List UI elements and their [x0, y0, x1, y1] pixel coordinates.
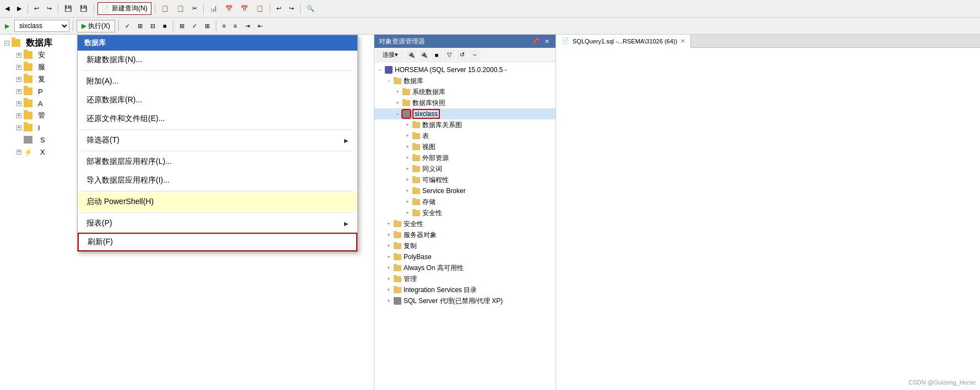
- oe-connect2-button[interactable]: 🔌: [418, 50, 429, 61]
- toolbar-misc3[interactable]: ⊞: [202, 21, 213, 31]
- prog-toggle[interactable]: +: [403, 175, 412, 184]
- integration-toggle[interactable]: +: [384, 285, 393, 294]
- forward-button[interactable]: ▶: [14, 3, 24, 14]
- tree-programmability-node[interactable]: + 可编程性: [374, 174, 556, 185]
- execute-button[interactable]: ▶ 执行(X): [77, 20, 115, 32]
- search-button[interactable]: 🔍: [304, 3, 317, 14]
- tree-polybase-node[interactable]: + PolyBase: [374, 251, 556, 262]
- tables-toggle[interactable]: +: [403, 131, 412, 140]
- sql-query-tab[interactable]: 📄 SQLQuery1.sql -...RSEMA\31026 (64)) ✕: [556, 35, 691, 48]
- tree-db-snapshots-node[interactable]: + 数据库快照: [374, 97, 556, 108]
- toolbar-misc2[interactable]: ✓: [189, 21, 200, 31]
- tree-db-diagrams-node[interactable]: + 数据库关系图: [374, 119, 556, 130]
- menu-item-powershell[interactable]: 启动 PowerShell(H): [78, 193, 357, 211]
- menu-item-refresh[interactable]: 刷新(F): [78, 233, 357, 251]
- tree-server-objects-node[interactable]: + 服务器对象: [374, 229, 556, 240]
- check-button[interactable]: ✓: [122, 21, 133, 31]
- tree-storage-node[interactable]: + 存储: [374, 196, 556, 207]
- menu-item-deploy[interactable]: 部署数据层应用程序(L)...: [78, 152, 357, 171]
- security-child-toggle[interactable]: +: [403, 208, 412, 217]
- align-left-btn[interactable]: ≡: [220, 21, 228, 31]
- align-right-btn[interactable]: ≡: [231, 21, 239, 31]
- expand-3[interactable]: +: [17, 77, 21, 82]
- polybase-toggle[interactable]: +: [384, 252, 393, 261]
- indent-btn[interactable]: ⇥: [242, 21, 253, 31]
- ext-res-toggle[interactable]: +: [403, 153, 412, 162]
- expand-9[interactable]: +: [17, 150, 21, 155]
- run-icon-button[interactable]: ▶: [2, 21, 12, 31]
- back-button[interactable]: ◀: [2, 3, 12, 14]
- tree-tables-node[interactable]: + 表: [374, 130, 556, 141]
- menu-item-attach[interactable]: 附加(A)...: [78, 72, 357, 91]
- expand-1[interactable]: +: [17, 53, 21, 58]
- tree-views-node[interactable]: + 视图: [374, 141, 556, 152]
- expand-6[interactable]: +: [17, 113, 21, 118]
- oe-refresh-button[interactable]: ↺: [456, 50, 467, 61]
- tree-server-node[interactable]: − HORSEMA (SQL Server 15.0.2000.5 -: [374, 64, 556, 75]
- server-toggle[interactable]: −: [375, 65, 384, 74]
- menu-item-reports[interactable]: 报表(P) ▶: [78, 214, 357, 233]
- oe-stop-button[interactable]: ■: [431, 50, 442, 61]
- new-query-button[interactable]: 📄 新建查询(N): [97, 2, 151, 15]
- tree-service-broker-node[interactable]: + Service Broker: [374, 185, 556, 196]
- toolbar-btn-b[interactable]: 📅: [222, 3, 236, 14]
- oe-disconnect-button[interactable]: 🔌: [406, 50, 417, 61]
- db-diagrams-toggle[interactable]: +: [403, 120, 412, 129]
- expand-2[interactable]: +: [17, 65, 21, 70]
- replication-toggle[interactable]: +: [384, 241, 393, 250]
- server-objects-toggle[interactable]: +: [384, 230, 393, 239]
- tree-replication-node[interactable]: + 复制: [374, 240, 556, 251]
- tree-security-child-node[interactable]: + 安全性: [374, 207, 556, 218]
- copy-button[interactable]: 📋: [159, 3, 172, 14]
- oe-close-button[interactable]: ✕: [542, 37, 551, 46]
- db-snapshots-toggle[interactable]: +: [393, 98, 402, 107]
- oe-pin-button[interactable]: 📌: [531, 37, 540, 46]
- menu-item-restore-file[interactable]: 还原文件和文件组(E)...: [78, 109, 357, 128]
- tree-databases-node[interactable]: − 数据库: [374, 75, 556, 86]
- menu-item-import[interactable]: 导入数据层应用程序(I)...: [78, 171, 357, 190]
- expand-5[interactable]: +: [17, 101, 21, 106]
- oe-filter-button[interactable]: ▽: [444, 50, 455, 61]
- grid-btn3[interactable]: ■: [160, 21, 170, 31]
- toolbar-misc1[interactable]: ⊞: [177, 21, 187, 31]
- storage-toggle[interactable]: +: [403, 197, 412, 206]
- toolbar-btn-a[interactable]: 📊: [207, 3, 220, 14]
- redo-button[interactable]: ↪: [44, 3, 55, 14]
- tree-sixclass-node[interactable]: − sixclass: [374, 108, 556, 119]
- expand-4[interactable]: +: [17, 89, 21, 94]
- menu-item-restore-db[interactable]: 还原数据库(R)...: [78, 91, 357, 109]
- sql-agent-toggle[interactable]: +: [384, 296, 393, 305]
- undo-button[interactable]: ↩: [31, 3, 42, 14]
- redo2-button[interactable]: ↪: [286, 3, 297, 14]
- outdent-btn[interactable]: ⇤: [255, 21, 265, 31]
- tree-synonyms-node[interactable]: + 同义词: [374, 163, 556, 174]
- management-toggle[interactable]: +: [384, 274, 393, 283]
- grid-btn2[interactable]: ⊟: [148, 21, 158, 31]
- toolbar-btn-c[interactable]: 📅: [238, 3, 251, 14]
- system-dbs-toggle[interactable]: +: [393, 87, 402, 96]
- oe-connect-button[interactable]: 连接▾: [377, 50, 404, 61]
- tree-security-top-node[interactable]: + 安全性: [374, 218, 556, 229]
- tree-alwayson-node[interactable]: + Always On 高可用性: [374, 262, 556, 273]
- save-button[interactable]: 💾: [62, 3, 75, 14]
- paste-button[interactable]: 📋: [174, 3, 187, 14]
- tree-external-resources-node[interactable]: + 外部资源: [374, 152, 556, 163]
- editor-content-area[interactable]: [556, 48, 980, 390]
- menu-item-new-db[interactable]: 新建数据库(N)...: [78, 51, 357, 69]
- tree-management-node[interactable]: + 管理: [374, 273, 556, 284]
- tree-sql-agent-node[interactable]: + SQL Server 代理(已禁用/代理 XP): [374, 295, 556, 306]
- toolbar-btn-d[interactable]: 📋: [253, 3, 266, 14]
- security-top-toggle[interactable]: +: [384, 219, 393, 228]
- expand-databases[interactable]: −: [4, 41, 9, 46]
- expand-7[interactable]: +: [17, 125, 21, 130]
- cut-button[interactable]: ✂: [189, 3, 200, 14]
- grid-btn1[interactable]: ⊞: [135, 21, 145, 31]
- database-selector[interactable]: sixclass: [14, 20, 69, 32]
- sixclass-toggle[interactable]: −: [393, 109, 402, 118]
- alwayson-toggle[interactable]: +: [384, 263, 393, 272]
- menu-item-filter[interactable]: 筛选器(T) ▶: [78, 131, 357, 150]
- svc-broker-toggle[interactable]: +: [403, 186, 412, 195]
- tab-close-button[interactable]: ✕: [680, 38, 685, 44]
- synonyms-toggle[interactable]: +: [403, 164, 412, 173]
- oe-search-button[interactable]: ~: [469, 50, 480, 61]
